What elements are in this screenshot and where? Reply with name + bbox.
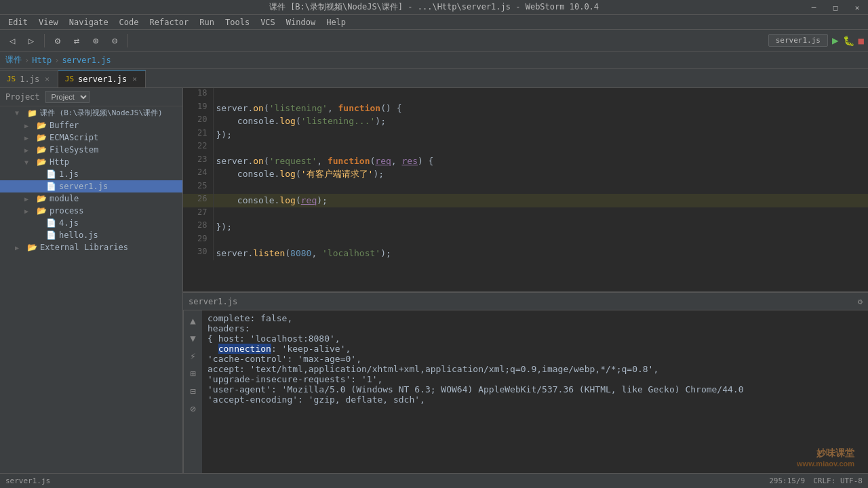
code-line-24: 24 console.log('有客户端请求了'); xyxy=(183,167,868,181)
sidebar-item-filesystem[interactable]: ▶ 📂 FileSystem xyxy=(0,144,182,156)
clear-button[interactable]: ⊘ xyxy=(186,401,201,416)
main-content: Project Project ▼ 📁 课件 (B:\录制视频\NodeJS\课… xyxy=(0,88,868,473)
breadcrumb-file[interactable]: server1.js xyxy=(62,56,111,65)
console-settings-icon[interactable]: ⚙ xyxy=(858,297,863,306)
collapse-button[interactable]: ⊖ xyxy=(106,33,123,49)
scroll-down-button[interactable]: ▼ xyxy=(186,331,201,346)
breadcrumb-root[interactable]: 课件 xyxy=(5,54,22,66)
code-line-18: 18 xyxy=(183,88,868,102)
status-left: server1.js xyxy=(5,476,50,485)
sidebar-item-label: ECMAScript xyxy=(50,133,98,142)
menu-navigate[interactable]: Navigate xyxy=(64,16,114,28)
code-line-22: 22 xyxy=(183,141,868,155)
menu-window[interactable]: Window xyxy=(281,16,321,28)
run-config-name[interactable]: server1.js xyxy=(768,34,828,47)
status-file: server1.js xyxy=(5,476,50,485)
sidebar-item-label: External Libraries xyxy=(40,243,128,252)
code-line-25: 25 xyxy=(183,181,868,195)
debug-button[interactable]: 🐛 xyxy=(843,35,854,46)
menu-run[interactable]: Run xyxy=(194,16,220,28)
sidebar-header: Project Project xyxy=(0,88,182,106)
menu-refactor[interactable]: Refactor xyxy=(144,16,195,28)
menu-bar: Edit View Navigate Code Refactor Run Too… xyxy=(0,15,868,30)
sidebar-item-label: Http xyxy=(50,157,69,167)
run-button[interactable]: ▶ xyxy=(832,34,839,47)
sidebar-item-process[interactable]: ▶ 📂 process xyxy=(0,205,182,217)
console-line: { host: 'localhost:8080', xyxy=(208,333,863,344)
code-line-30: 30 server.listen(8080, 'localhost'); xyxy=(183,247,868,260)
collapse-all-button[interactable]: ⊟ xyxy=(186,384,201,399)
watermark: 妙味课堂 www.miaov.com xyxy=(797,447,854,468)
console-line: 'cache-control': 'max-age=0', xyxy=(208,354,863,364)
minimize-button[interactable]: ─ xyxy=(803,0,825,15)
menu-tools[interactable]: Tools xyxy=(220,16,255,28)
settings-button[interactable]: ⚙ xyxy=(50,33,66,49)
sidebar-item-4js[interactable]: 📄 4.js xyxy=(0,217,182,229)
sidebar-item-label: FileSystem xyxy=(50,145,98,155)
console-line: 'accept-encoding': 'gzip, deflate, sdch'… xyxy=(208,394,863,405)
highlighted-word: connection xyxy=(218,344,271,354)
sidebar-item-ecmascript[interactable]: ▶ 📂 ECMAScript xyxy=(0,131,182,144)
console-output: complete: false, headers: { host: 'local… xyxy=(202,310,868,473)
sidebar-scope-select[interactable]: Project xyxy=(45,91,90,103)
sidebar-item-label: process xyxy=(50,206,84,216)
sidebar-item-module[interactable]: ▶ 📂 module xyxy=(0,192,182,205)
sidebar-item-1js[interactable]: 📄 1.js xyxy=(0,168,182,180)
js-file-icon: 📄 xyxy=(46,169,56,179)
menu-view[interactable]: View xyxy=(33,16,64,28)
menu-help[interactable]: Help xyxy=(321,16,351,28)
expand-button[interactable]: ⊕ xyxy=(87,33,104,49)
tab-1js[interactable]: JS 1.js ✕ xyxy=(0,70,58,87)
sidebar-item-hellojs[interactable]: 📄 hello.js xyxy=(0,229,182,241)
sync-button[interactable]: ⇄ xyxy=(68,33,85,49)
sidebar-item-label: 4.js xyxy=(59,218,79,228)
expand-all-button[interactable]: ⊞ xyxy=(186,366,201,381)
sidebar-item-http[interactable]: ▼ 📂 Http xyxy=(0,156,182,168)
sidebar-item-label: hello.js xyxy=(59,230,98,240)
tab-server1js[interactable]: JS server1.js ✕ xyxy=(58,70,146,87)
scroll-up-button[interactable]: ▲ xyxy=(186,313,201,328)
forward-button[interactable]: ▷ xyxy=(23,33,39,49)
menu-edit[interactable]: Edit xyxy=(3,16,33,28)
code-line-20: 20 console.log('listening...'); xyxy=(183,115,868,128)
console-title: server1.js xyxy=(189,297,237,306)
console-line: accept: 'text/html,application/xhtml+xml… xyxy=(208,364,863,374)
folder-icon: 📂 xyxy=(37,157,47,167)
code-line-26: 26 console.log(req); xyxy=(183,194,868,207)
sidebar-item-label: module xyxy=(50,194,79,203)
code-line-19: 19 server.on('listening', function() { xyxy=(183,102,868,115)
folder-icon: 📂 xyxy=(37,121,47,130)
console-line: complete: false, xyxy=(208,313,863,323)
menu-vcs[interactable]: VCS xyxy=(255,16,281,28)
sidebar-root-label: 课件 (B:\录制视频\NodeJS\课件) xyxy=(40,108,163,118)
close-button[interactable]: ✕ xyxy=(846,0,868,15)
code-editor[interactable]: 18 19 server.on('listening', function() … xyxy=(183,88,868,291)
back-button[interactable]: ◁ xyxy=(4,33,20,49)
menu-code[interactable]: Code xyxy=(114,16,144,28)
code-line-23: 23 server.on('request', function(req, re… xyxy=(183,155,868,168)
console-line: headers: xyxy=(208,323,863,333)
toolbar-separator-2 xyxy=(127,34,128,47)
breadcrumb-folder[interactable]: Http xyxy=(32,56,52,65)
console-body: ▲ ▼ ⚡ ⊞ ⊟ ⊘ complete: false, headers: { … xyxy=(183,310,868,473)
toolbar-separator-1 xyxy=(44,34,45,47)
sidebar-item-label: Buffer xyxy=(50,121,79,130)
maximize-button[interactable]: □ xyxy=(825,0,846,15)
sidebar-item-extlib[interactable]: ▶ 📂 External Libraries xyxy=(0,241,182,253)
folder-icon: 📂 xyxy=(37,194,47,203)
filter-button[interactable]: ⚡ xyxy=(186,348,201,363)
editor-container: 18 19 server.on('listening', function() … xyxy=(183,88,868,473)
console-line: 'upgrade-insecure-requests': '1', xyxy=(208,374,863,384)
tab-1js-close[interactable]: ✕ xyxy=(43,74,51,84)
sidebar-item-server1js[interactable]: 📄 server1.js xyxy=(0,180,182,192)
tab-server1js-close[interactable]: ✕ xyxy=(131,74,138,84)
folder-icon: 📂 xyxy=(37,206,47,216)
stop-button[interactable]: ■ xyxy=(859,35,864,46)
sidebar-item-buffer[interactable]: ▶ 📂 Buffer xyxy=(0,119,182,131)
folder-icon: 📂 xyxy=(37,145,47,155)
console-panel: server1.js ⚙ ▲ ▼ ⚡ ⊞ ⊟ ⊘ xyxy=(183,291,868,473)
folder-icon: 📁 xyxy=(27,108,37,118)
console-header: server1.js ⚙ xyxy=(183,293,868,310)
sidebar-item-label: 1.js xyxy=(59,169,79,179)
status-bar: server1.js 295:15/9 CRLF: UTF-8 xyxy=(0,473,868,488)
